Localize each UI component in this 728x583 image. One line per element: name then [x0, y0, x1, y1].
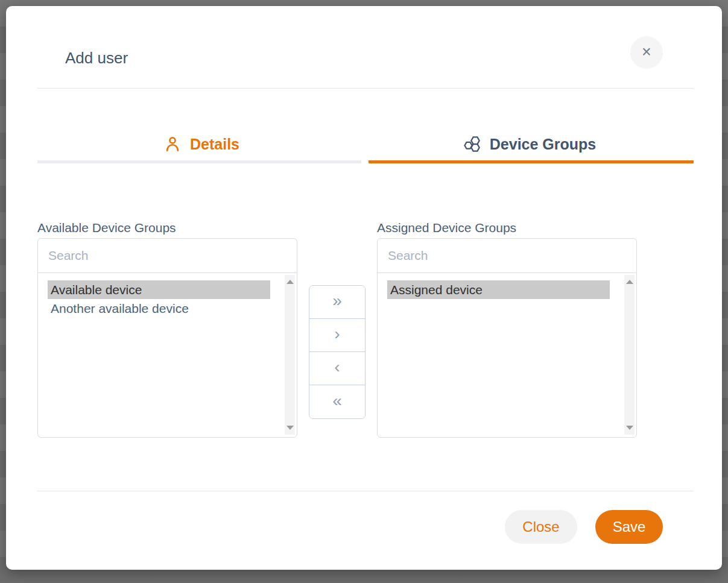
double-chevron-right-icon: » — [332, 292, 342, 309]
header-divider — [37, 88, 694, 89]
scroll-down-icon[interactable] — [286, 426, 294, 430]
move-left-button[interactable]: ‹ — [309, 352, 365, 385]
tab-device-groups-label: Device Groups — [490, 136, 596, 153]
close-icon: × — [642, 44, 651, 60]
assigned-groups-label: Assigned Device Groups — [377, 221, 516, 235]
available-groups-label: Available Device Groups — [37, 221, 176, 235]
tab-bar: Details Device Groups — [37, 127, 694, 162]
save-button[interactable]: Save — [595, 510, 663, 544]
move-all-right-button[interactable]: » — [309, 286, 365, 319]
assigned-list-scrollbar[interactable] — [624, 275, 635, 435]
tab-details-label: Details — [190, 136, 239, 153]
scroll-up-icon[interactable] — [286, 280, 294, 284]
tab-details-underline — [37, 160, 361, 163]
move-right-button[interactable]: › — [309, 319, 365, 352]
footer-divider — [37, 491, 694, 491]
chevron-right-icon: › — [334, 326, 340, 342]
device-groups-icon — [463, 135, 481, 153]
double-chevron-left-icon: « — [332, 392, 342, 409]
assigned-groups-listbox: Assigned device — [377, 238, 637, 438]
available-groups-search-input[interactable] — [38, 239, 297, 273]
available-groups-listbox: Available device Another available devic… — [37, 238, 297, 438]
list-item[interactable]: Another available device — [48, 299, 270, 318]
close-button[interactable]: Close — [505, 510, 577, 544]
chevron-left-icon: ‹ — [334, 359, 340, 376]
transfer-button-group: » › ‹ « — [309, 285, 366, 419]
available-groups-list: Available device Another available devic… — [38, 273, 297, 436]
scroll-down-icon[interactable] — [626, 426, 633, 430]
tab-device-groups[interactable]: Device Groups — [366, 127, 694, 162]
close-dialog-button[interactable]: × — [630, 36, 663, 69]
assigned-groups-search-input[interactable] — [378, 239, 636, 273]
assigned-groups-list: Assigned device — [378, 273, 636, 436]
person-icon — [163, 135, 182, 153]
move-all-left-button[interactable]: « — [309, 385, 365, 418]
add-user-dialog: Add user × Details Device Groups — [6, 6, 722, 570]
scroll-up-icon[interactable] — [626, 280, 633, 284]
list-item[interactable]: Assigned device — [387, 280, 610, 299]
available-list-scrollbar[interactable] — [285, 275, 295, 435]
dialog-title: Add user — [65, 49, 128, 68]
tab-device-groups-active-underline — [369, 160, 694, 163]
list-item[interactable]: Available device — [48, 280, 270, 299]
tab-details[interactable]: Details — [37, 127, 366, 162]
